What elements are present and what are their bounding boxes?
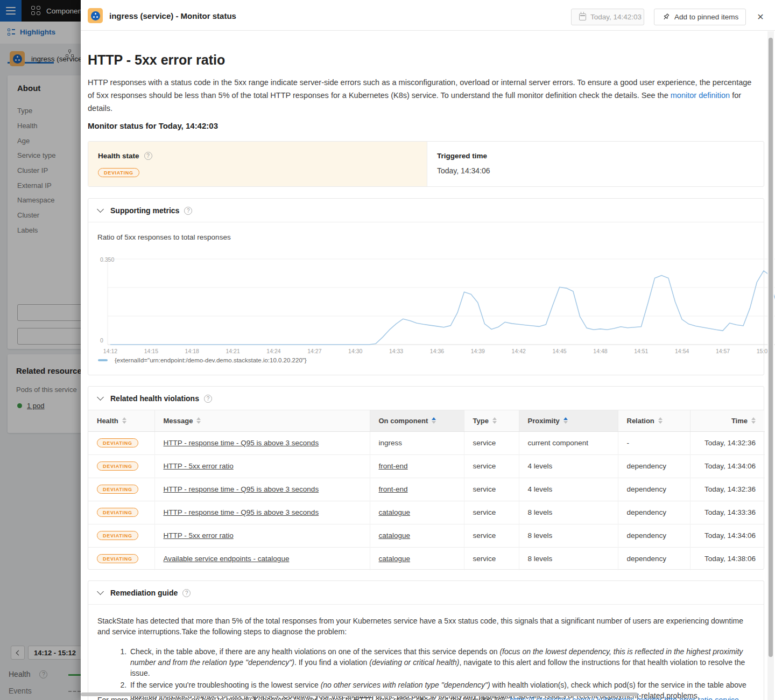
- component-link[interactable]: front-end: [379, 462, 408, 470]
- deviating-badge: DEVIATING: [97, 438, 138, 447]
- time-cell: Today, 14:34:06: [690, 524, 765, 547]
- supporting-metrics-header: Supporting metrics?: [88, 199, 764, 222]
- on-component-cell: catalogue: [370, 501, 464, 524]
- deviating-badge: DEVIATING: [97, 554, 138, 563]
- text-segment: . If you find a violation: [294, 658, 369, 667]
- time-cell: Today, 14:38:06: [690, 547, 765, 570]
- axis-tick-label: 14:27: [307, 348, 321, 354]
- calendar-icon: [579, 13, 586, 20]
- monitor-status-box: Health state? DEVIATING Triggered time T…: [88, 141, 764, 187]
- axis-tick-label: 14:45: [552, 348, 566, 354]
- type-cell: service: [464, 454, 519, 478]
- chart-legend: {externalId="urn:endpoint:/demo-dev.demo…: [98, 357, 307, 363]
- remediation-guide-section: Remediation guide? StackState has detect…: [88, 580, 764, 700]
- violation-message-link[interactable]: HTTP - 5xx error ratio: [164, 531, 234, 540]
- time-cell: Today, 14:33:36: [690, 501, 765, 524]
- metric-line-chart[interactable]: 14:1214:1514:1814:2114:2414:2714:3014:33…: [81, 249, 775, 360]
- relation-cell: dependency: [618, 524, 690, 547]
- column-header-on-component[interactable]: On component: [370, 410, 464, 431]
- vertical-scrollbar-thumb[interactable]: [769, 38, 773, 657]
- help-icon[interactable]: ?: [184, 207, 192, 215]
- chevron-down-icon[interactable]: [97, 588, 104, 595]
- date-time-button[interactable]: Today, 14:42:03: [571, 9, 644, 25]
- violation-message-link[interactable]: HTTP - response time - Q95 is above 3 se…: [164, 485, 319, 493]
- deviating-badge: DEVIATING: [98, 168, 139, 177]
- add-to-pinned-label: Add to pinned items: [674, 13, 738, 21]
- column-header-health[interactable]: Health: [88, 410, 154, 431]
- sort-carets-icon: [563, 417, 568, 424]
- type-cell: service: [464, 524, 519, 547]
- on-component-cell: ingress: [370, 431, 464, 454]
- column-header-time[interactable]: Time: [690, 410, 765, 431]
- violation-message-link[interactable]: HTTP - response time - Q95 is above 3 se…: [164, 508, 319, 516]
- health-cell: DEVIATING: [88, 431, 154, 454]
- deviating-badge: DEVIATING: [97, 531, 138, 540]
- health-state-cell: Health state? DEVIATING: [88, 142, 427, 186]
- add-to-pinned-button[interactable]: Add to pinned items: [654, 9, 746, 25]
- proximity-cell: 4 levels: [519, 478, 618, 501]
- sort-carets-icon: [196, 417, 201, 424]
- message-cell: HTTP - response time - Q95 is above 3 se…: [154, 501, 370, 524]
- health-cell: DEVIATING: [88, 547, 154, 570]
- violation-row: DEVIATINGHTTP - 5xx error ratiofront-end…: [88, 454, 765, 478]
- relation-cell: dependency: [618, 501, 690, 524]
- violation-message-link[interactable]: HTTP - 5xx error ratio: [164, 462, 234, 470]
- axis-tick-label: 0: [100, 337, 103, 344]
- deviating-badge: DEVIATING: [97, 461, 138, 471]
- help-icon[interactable]: ?: [144, 152, 152, 160]
- column-label: Message: [164, 417, 193, 425]
- monitor-definition-link[interactable]: monitor definition: [671, 91, 730, 100]
- related-health-violations-header: Related health violations?: [88, 387, 764, 410]
- help-icon[interactable]: ?: [204, 395, 212, 403]
- supporting-metrics-title: Supporting metrics: [110, 206, 179, 215]
- help-icon[interactable]: ?: [182, 589, 191, 597]
- horizontal-scrollbar-thumb[interactable]: [81, 692, 638, 696]
- column-header-type[interactable]: Type: [464, 410, 519, 431]
- remediation-footer: For more detailed guidance on how to rem…: [97, 696, 759, 700]
- message-cell: HTTP - 5xx error ratio: [154, 524, 370, 547]
- remediation-intro: StackState has detected that more than 5…: [97, 615, 753, 637]
- description-text: HTTP responses with a status code in the…: [88, 78, 751, 100]
- metric-series-line: [110, 271, 775, 345]
- axis-tick-label: 14:39: [471, 348, 485, 354]
- violation-message-link[interactable]: HTTP - response time - Q95 is above 3 se…: [164, 439, 319, 447]
- health-cell: DEVIATING: [88, 524, 154, 547]
- component-link[interactable]: catalogue: [379, 508, 411, 516]
- message-cell: HTTP - response time - Q95 is above 3 se…: [154, 431, 370, 454]
- axis-tick-label: 14:33: [389, 348, 403, 354]
- column-header-proximity[interactable]: Proximity: [519, 410, 618, 431]
- axis-tick-label: 14:57: [716, 348, 730, 354]
- proximity-cell: current component: [519, 431, 618, 454]
- column-header-message[interactable]: Message: [154, 410, 370, 431]
- close-icon[interactable]: ✕: [755, 11, 766, 23]
- health-state-label: Health state: [98, 152, 139, 160]
- proximity-cell: 8 levels: [519, 524, 618, 547]
- sort-carets-icon: [658, 417, 663, 424]
- chevron-down-icon[interactable]: [97, 394, 104, 401]
- remediation-step: Check, in the table above, if there are …: [129, 646, 753, 678]
- proximity-cell: 8 levels: [519, 547, 618, 570]
- triggered-time-value: Today, 14:34:06: [437, 166, 490, 175]
- message-cell: HTTP - response time - Q95 is above 3 se…: [154, 478, 370, 501]
- component-link[interactable]: front-end: [379, 485, 408, 493]
- violation-message-link[interactable]: Available service endpoints - catalogue: [164, 555, 290, 563]
- inline-link[interactable]: https://l.stackstate.com/ui-kubernetes-m…: [510, 696, 739, 700]
- component-link[interactable]: catalogue: [379, 555, 411, 563]
- pin-icon: [662, 13, 670, 21]
- on-component-cell: front-end: [370, 454, 464, 478]
- vertical-scrollbar[interactable]: [767, 31, 774, 700]
- chevron-down-icon[interactable]: [97, 206, 104, 213]
- column-label: Health: [97, 417, 118, 425]
- violation-row: DEVIATINGHTTP - 5xx error ratiocatalogue…: [88, 524, 765, 547]
- monitor-status-subheading: Monitor status for Today, 14:42:03: [88, 121, 218, 130]
- relation-cell: dependency: [618, 478, 690, 501]
- type-cell: service: [464, 431, 519, 454]
- monitor-status-modal: ingress (service) - Monitor status Today…: [81, 0, 775, 700]
- column-header-relation[interactable]: Relation: [618, 410, 690, 431]
- column-label: On component: [379, 417, 428, 425]
- axis-tick-label: 14:18: [185, 348, 199, 354]
- axis-tick-label: 14:24: [266, 348, 280, 354]
- related-health-violations-section: Related health violations? HealthMessage…: [88, 386, 764, 570]
- component-link[interactable]: catalogue: [379, 531, 411, 540]
- monitor-heading: HTTP - 5xx error ratio: [88, 52, 225, 68]
